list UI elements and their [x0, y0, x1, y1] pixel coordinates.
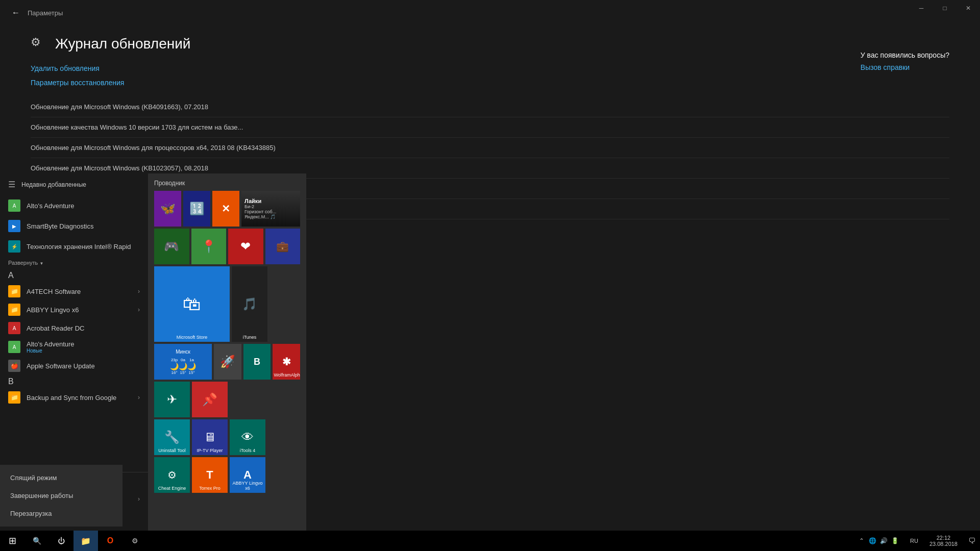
- tray-up-icon[interactable]: ⌃: [857, 537, 866, 545]
- update-item: Обновление для Microsoft Windows (KB4091…: [31, 97, 949, 117]
- tile-weather[interactable]: Минск 23р 🌙 16° 0а 🌙 15°: [154, 344, 212, 380]
- tiles-container: 🦋 🔢 ✕ Лайки Би-2 Горизонт соб... Яндекс.…: [154, 191, 300, 493]
- itunes-label: iTunes: [233, 335, 266, 340]
- tile-steam[interactable]: 🚀: [214, 344, 241, 380]
- power-icon: ⏻: [58, 537, 65, 545]
- acrobat-icon: A: [8, 322, 20, 334]
- shutdown-option[interactable]: Завершение работы: [0, 487, 122, 505]
- app-a4tech[interactable]: 📁 A4TECH Software ›: [0, 282, 148, 300]
- iptv-label: IP-TV Player: [193, 448, 227, 453]
- title-bar: ← Параметры ─ □ ✕: [0, 0, 980, 26]
- tile-iptv[interactable]: 🖥 IP-TV Player: [192, 419, 228, 455]
- sleep-option[interactable]: Спящий режим: [0, 469, 122, 487]
- opera-button[interactable]: O: [98, 531, 122, 551]
- app-apple-update[interactable]: 🍎 Apple Software Update: [0, 357, 148, 375]
- tile-cheat-engine[interactable]: ⚙ Cheat Engine: [154, 457, 190, 493]
- tray-icons: ⌃ 🌐 🔊 🔋: [852, 537, 905, 545]
- app-alto2[interactable]: A Alto's Adventure Новые: [0, 337, 148, 357]
- power-popup: Спящий режим Завершение работы Перезагру…: [0, 465, 122, 527]
- tiles-row-5: ✈ 📌: [154, 382, 300, 417]
- search-button[interactable]: 🔍: [24, 531, 49, 551]
- tile-torrex[interactable]: T Torrex Pro: [192, 457, 228, 493]
- tile-butterfly[interactable]: 🦋: [154, 191, 181, 227]
- start-menu-tiles: Проводник 🦋 🔢 ✕ Лайки Би-: [148, 173, 306, 531]
- chevron-right-icon: ›: [138, 394, 140, 401]
- hamburger-icon[interactable]: ☰: [8, 180, 15, 189]
- notification-button[interactable]: 🗨: [964, 531, 980, 551]
- tile-heart[interactable]: ❤: [228, 229, 263, 264]
- window-controls: ─ □ ✕: [910, 0, 980, 16]
- app-backup[interactable]: 📁 Backup and Sync from Google ›: [0, 388, 148, 407]
- tiles-row-1: 🦋 🔢 ✕ Лайки Би-2 Горизонт соб... Яндекс.…: [154, 191, 300, 227]
- tile-maps[interactable]: 📍: [191, 229, 227, 264]
- tile-game[interactable]: 🎮: [154, 229, 189, 264]
- expand-button[interactable]: Развернуть: [0, 257, 148, 269]
- tile-itools[interactable]: 👁 iTools 4: [230, 419, 265, 455]
- tile-telegram[interactable]: ✈: [154, 382, 190, 417]
- tile-itunes[interactable]: 🎵 iTunes: [232, 266, 267, 342]
- cheat-engine-label: Cheat Engine: [155, 486, 189, 491]
- tile-code[interactable]: 💼: [265, 229, 301, 264]
- tile-uninstall[interactable]: 🔧 Uninstall Tool: [154, 419, 190, 455]
- tray-network-icon[interactable]: 🌐: [869, 537, 877, 545]
- tiles-row-7: ⚙ Cheat Engine T Torrex Pro A ABBYY Ling…: [154, 457, 300, 493]
- notification-icon: 🗨: [968, 537, 975, 545]
- tile-laiki[interactable]: Лайки Би-2 Горизонт соб... Яндекс.М... 🎵: [241, 191, 300, 227]
- tiles-label: Проводник: [154, 180, 300, 187]
- tile-laiki-sub1: Би-2: [244, 204, 254, 209]
- tile-vk[interactable]: В: [243, 344, 271, 380]
- folder-icon: 📁: [81, 536, 91, 546]
- tile-calculator[interactable]: 🔢: [183, 191, 210, 227]
- right-sidebar: У вас появились вопросы? Вызов справки: [861, 51, 949, 78]
- weather-city: Минск: [176, 349, 190, 355]
- time: 22:12: [937, 535, 951, 541]
- section-v: В: [0, 375, 148, 388]
- app-abbyy[interactable]: 📁 ABBYY Lingvo x6 ›: [0, 300, 148, 319]
- recovery-settings-link[interactable]: Параметры восстановления: [31, 79, 949, 87]
- tile-laiki-sub3: Яндекс.М... 🎵: [244, 214, 276, 219]
- alto-icon: A: [8, 199, 20, 212]
- start-menu-header: ☰ Недавно добавленные: [0, 173, 148, 195]
- taskbar: ⊞ 🔍 ⏻ 📁 O ⚙ ⌃ 🌐 🔊 🔋 RU: [0, 531, 980, 551]
- windows-icon: ⊞: [9, 535, 16, 546]
- torrex-label: Torrex Pro: [193, 486, 227, 491]
- power-button[interactable]: ⏻: [49, 531, 74, 551]
- section-a: A: [0, 269, 148, 282]
- minimize-button[interactable]: ─: [910, 0, 933, 16]
- back-button[interactable]: ←: [8, 5, 23, 20]
- language-indicator[interactable]: RU: [905, 531, 923, 551]
- new-badge: Новые: [27, 348, 75, 354]
- uninstall-label: Uninstall Tool: [155, 448, 189, 453]
- restart-option[interactable]: Перезагрузка: [0, 505, 122, 522]
- date: 23.08.2018: [929, 541, 958, 547]
- wolfram-label: WolframAlpha: [274, 372, 299, 378]
- tile-x[interactable]: ✕: [212, 191, 239, 227]
- tile-laiki-sub2: Горизонт соб...: [244, 209, 276, 214]
- tile-wolfram[interactable]: ✱ WolframAlpha: [273, 344, 300, 380]
- clock[interactable]: 22:12 23.08.2018: [923, 531, 964, 551]
- folder-icon: 📁: [8, 304, 20, 316]
- folder-icon: 📁: [8, 285, 20, 297]
- smartbyte-icon: ▶: [8, 220, 20, 232]
- tray-battery-icon[interactable]: 🔋: [891, 537, 899, 545]
- close-button[interactable]: ✕: [957, 0, 980, 16]
- chevron-down-icon: [39, 260, 43, 266]
- tile-bookmark[interactable]: 📌: [192, 382, 228, 417]
- help-link[interactable]: Вызов справки: [861, 63, 949, 71]
- chevron-right-icon: ›: [138, 495, 140, 503]
- settings-button[interactable]: ⚙: [122, 531, 147, 551]
- app-acrobat[interactable]: A Acrobat Reader DC: [0, 319, 148, 337]
- remove-updates-link[interactable]: Удалить обновления: [31, 64, 949, 72]
- tile-abbyy-lingvo[interactable]: A ABBYY Lingvo x6: [230, 457, 265, 493]
- app-smartbyte[interactable]: ▶ SmartByte Diagnostics: [0, 216, 148, 236]
- app-alto[interactable]: A Alto's Adventure: [0, 195, 148, 216]
- file-explorer-button[interactable]: 📁: [74, 531, 98, 551]
- app-intel[interactable]: ⚡ Технология хранения Intel® Rapid: [0, 236, 148, 257]
- update-item: Обновление качества Windows 10 версии 17…: [31, 117, 949, 138]
- maximize-button[interactable]: □: [933, 0, 957, 16]
- tile-ms-store[interactable]: 🛍 Microsoft Store: [154, 266, 230, 342]
- tray-sound-icon[interactable]: 🔊: [880, 537, 888, 545]
- start-button[interactable]: ⊞: [0, 531, 24, 551]
- page-header: ⚙ Журнал обновлений: [31, 36, 949, 52]
- tile-laiki-label: Лайки: [244, 198, 261, 204]
